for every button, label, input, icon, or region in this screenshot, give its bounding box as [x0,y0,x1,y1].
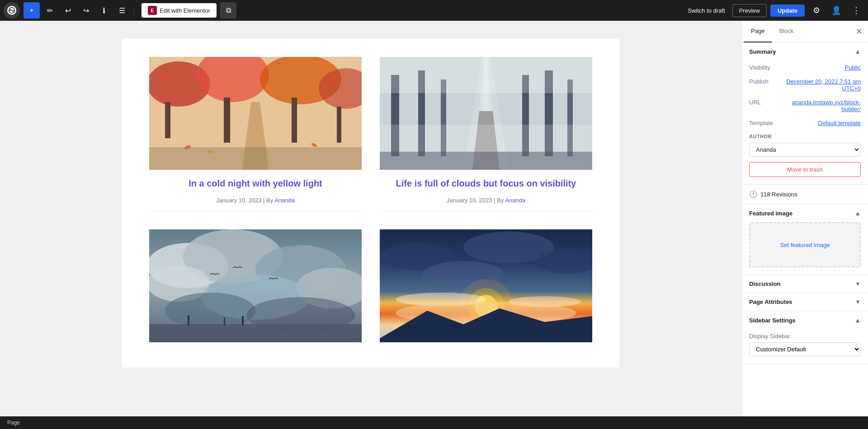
post-date-2: January 10, 2023 [447,197,492,204]
user-button[interactable]: 👤 [828,2,844,19]
display-sidebar-label: Display Sidebar [749,333,861,340]
publish-value[interactable]: December 20, 2022 7:51 am UTC+0 [784,78,861,92]
close-icon: ✕ [856,27,863,37]
featured-image-title: Featured image [749,210,793,217]
info-button[interactable]: ℹ [96,2,112,19]
discussion-toggle-icon: ▼ [855,280,861,287]
featured-image-section: Featured image ▲ Set featured image [742,204,868,275]
tools-button[interactable]: ✏ [42,2,58,19]
elementor-label: Edit with Elementor [160,7,210,14]
right-sidebar: Page Block ✕ Summary ▲ Visibility Public [741,21,868,416]
list-view-button[interactable]: ☰ [114,2,130,19]
post-separator-2 [380,211,592,211]
discussion-title: Discussion [749,280,780,287]
tab-page[interactable]: Page [744,21,772,42]
post-date-1: January 10, 2023 [216,197,261,204]
post-image-clouds[interactable] [149,229,362,342]
url-row: URL ananda.instawp.xyz/block-builder/ [749,95,861,116]
post-image-sunset[interactable] [380,229,592,342]
template-row: Template Default template [749,116,861,130]
author-label: AUTHOR [749,134,861,139]
more-options-button[interactable]: ⋮ [848,2,864,19]
wp-logo[interactable] [4,2,20,19]
url-label: URL [749,99,781,106]
add-block-button[interactable]: + [24,2,40,19]
post-card-4 [380,229,592,350]
author-select[interactable]: Ananda [749,143,861,157]
bottom-bar-label: Page [7,420,20,426]
publish-row: Publish December 20, 2022 7:51 am UTC+0 [749,75,861,95]
visibility-value[interactable]: Public [784,64,861,71]
edit-with-elementor-button[interactable]: E Edit with Elementor [142,3,217,18]
plus-icon: + [29,6,33,14]
publish-label: Publish [749,78,781,85]
summary-header[interactable]: Summary ▲ [742,42,868,61]
sidebar-close-button[interactable]: ✕ [852,24,866,39]
summary-content: Visibility Public Publish December 20, 2… [742,61,868,184]
revisions-label: 118 Revisions [760,191,797,198]
post-card-2: Life is full of clouds but focus on visi… [380,57,592,211]
display-sidebar-select[interactable]: Customizer Default [749,342,861,356]
svg-rect-9 [292,98,297,143]
post-title-2: Life is full of clouds but focus on visi… [380,177,592,190]
copy-button[interactable]: ⧉ [220,2,236,19]
undo-button[interactable]: ↩ [60,2,76,19]
svg-rect-16 [149,147,362,170]
svg-rect-29 [380,152,592,170]
tab-block[interactable]: Block [772,21,801,42]
gear-icon: ⚙ [813,5,820,15]
sidebar-tabs: Page Block ✕ [742,21,868,42]
page-attributes-toggle-icon: ▼ [855,298,861,305]
info-icon: ℹ [103,6,105,15]
visibility-row: Visibility Public [749,61,861,75]
post-meta-2: January 10, 2023 | By Ananda [380,197,592,204]
post-image-forest[interactable] [380,57,592,170]
summary-toggle-icon: ▲ [854,48,861,55]
undo-icon: ↩ [65,6,71,15]
post-meta-1: January 10, 2023 | By Ananda [149,197,362,204]
toolbar: + ✏ ↩ ↪ ℹ ☰ E Edit with Elementor ⧉ Swit… [0,0,868,21]
sidebar-settings-toggle: ▲ [854,317,861,324]
move-to-trash-button[interactable]: Move to trash [749,162,861,177]
svg-rect-7 [165,102,170,138]
copy-icon: ⧉ [226,6,231,14]
revisions-section[interactable]: 🕐 118 Revisions [742,185,868,204]
post-card: In a cold night with yellow light Januar… [149,57,362,211]
set-featured-image-button[interactable]: Set featured image [749,222,861,267]
featured-image-header[interactable]: Featured image ▲ [742,204,868,222]
toolbar-divider [134,5,134,16]
sidebar-settings-section: Sidebar Settings ▲ Display Sidebar Custo… [742,311,868,364]
tools-icon: ✏ [47,6,53,15]
post-image-autumn[interactable] [149,57,362,170]
redo-button[interactable]: ↪ [78,2,94,19]
list-icon: ☰ [119,6,125,15]
summary-section: Summary ▲ Visibility Public Publish Dece… [742,42,868,185]
discussion-section[interactable]: Discussion ▼ [742,275,868,293]
update-button[interactable]: Update [770,5,805,17]
post-separator-1 [149,211,362,211]
url-value[interactable]: ananda.instawp.xyz/block-builder/ [784,99,861,112]
preview-button[interactable]: Preview [732,4,767,17]
svg-rect-44 [242,316,244,325]
post-author-1[interactable]: Ananda [274,197,295,204]
visibility-label: Visibility [749,64,781,71]
summary-title: Summary [749,48,776,55]
sidebar-settings-header[interactable]: Sidebar Settings ▲ [742,311,868,329]
bottom-bar: Page [0,416,868,429]
featured-image-toggle: ▲ [854,210,861,217]
user-icon: 👤 [831,5,841,15]
elementor-icon: E [148,6,157,15]
svg-rect-30 [380,125,592,152]
post-author-2[interactable]: Ananda [505,197,525,204]
template-value[interactable]: Default template [784,120,861,126]
svg-rect-43 [224,317,225,325]
post-card-3 [149,229,362,350]
switch-to-draft-button[interactable]: Switch to draft [684,5,728,17]
template-label: Template [749,120,781,126]
main-layout: In a cold night with yellow light Januar… [0,21,868,416]
editor-area[interactable]: In a cold night with yellow light Januar… [0,21,741,416]
settings-button[interactable]: ⚙ [808,2,825,19]
page-attributes-title: Page Attributes [749,298,793,305]
revisions-icon: 🕐 [749,190,758,198]
page-attributes-section[interactable]: Page Attributes ▼ [742,293,868,311]
